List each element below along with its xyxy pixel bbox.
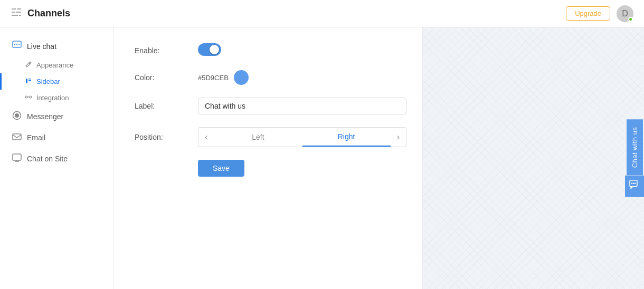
enable-toggle[interactable] [198, 43, 221, 56]
enable-label: Enable: [135, 46, 198, 55]
position-right-option[interactable]: Right [302, 128, 391, 147]
appearance-icon [25, 61, 32, 70]
color-hex-value: #5D9CEB [198, 74, 229, 82]
svg-point-14 [30, 96, 32, 98]
avatar-online-indicator [628, 17, 633, 22]
label-control [198, 98, 406, 114]
live-chat-label: Live chat [27, 42, 56, 51]
header-right: Upgrade D [566, 5, 633, 22]
position-label: Position: [135, 133, 198, 141]
enable-control [198, 43, 401, 57]
channels-icon [11, 6, 22, 21]
chat-on-site-icon [12, 153, 22, 165]
sidebar-item-email[interactable]: Email [0, 127, 113, 148]
page-title: Channels [27, 8, 70, 19]
avatar[interactable]: D [617, 5, 633, 22]
header-left: Channels [11, 6, 70, 21]
svg-point-24 [633, 182, 634, 184]
enable-row: Enable: [135, 43, 401, 57]
svg-rect-19 [13, 154, 21, 160]
color-control: #5D9CEB [198, 70, 401, 85]
sidebar-label: Sidebar [36, 78, 60, 85]
svg-rect-10 [26, 79, 27, 83]
svg-point-7 [14, 44, 15, 45]
preview-area: Chat with us [422, 27, 644, 289]
chat-widget-tab[interactable]: Chat with us [627, 120, 643, 176]
position-prev-button[interactable]: ‹ [198, 128, 214, 147]
svg-point-13 [25, 96, 27, 98]
svg-point-8 [16, 44, 17, 45]
save-control: Save [198, 160, 401, 177]
svg-rect-11 [29, 79, 31, 80]
messenger-icon [12, 111, 22, 122]
upgrade-button[interactable]: Upgrade [566, 6, 610, 21]
save-button[interactable]: Save [198, 160, 244, 177]
svg-rect-12 [29, 80, 31, 81]
sidebar-item-live-chat[interactable]: Live chat [0, 36, 113, 57]
avatar-initial: D [622, 9, 628, 18]
position-row: Position: ‹ Left Right › [135, 127, 401, 147]
layout: Live chat Appearance [0, 27, 644, 289]
chat-on-site-label: Chat on Site [27, 155, 68, 163]
header: Channels Upgrade D [0, 0, 644, 27]
appearance-label: Appearance [36, 61, 73, 69]
svg-rect-18 [13, 134, 21, 140]
email-icon [12, 132, 22, 143]
save-row: Save [135, 160, 401, 177]
live-chat-icon [12, 41, 22, 52]
integration-label: Integration [36, 94, 69, 102]
color-swatch[interactable] [234, 70, 249, 85]
position-next-button[interactable]: › [391, 128, 406, 147]
sidebar-item-sidebar[interactable]: Sidebar [0, 73, 113, 90]
sidebar-sub: Appearance Sidebar [0, 57, 113, 106]
color-row: Color: #5D9CEB [135, 70, 401, 85]
chat-widget-icon[interactable] [625, 175, 644, 197]
color-label: Color: [135, 73, 198, 82]
position-left-option[interactable]: Left [214, 128, 302, 146]
sidebar-item-messenger[interactable]: Messenger [0, 106, 113, 127]
sidebar: Live chat Appearance [0, 27, 113, 289]
sidebar-item-chat-on-site[interactable]: Chat on Site [0, 148, 113, 169]
label-input[interactable] [198, 98, 406, 114]
label-label: Label: [135, 102, 198, 110]
messenger-label: Messenger [27, 112, 63, 121]
sidebar-item-appearance[interactable]: Appearance [0, 57, 113, 73]
sidebar-item-integration[interactable]: Integration [0, 90, 113, 106]
position-control: ‹ Left Right › [198, 127, 406, 147]
chat-widget: Chat with us [625, 120, 644, 197]
toggle-thumb [210, 45, 219, 54]
main-content: Enable: Color: #5D9CEB Label: [113, 27, 422, 289]
position-selector: ‹ Left Right › [198, 127, 406, 147]
svg-point-23 [631, 182, 632, 184]
sidebar-icon [25, 77, 32, 86]
svg-point-17 [15, 113, 19, 118]
svg-point-25 [634, 182, 636, 184]
email-label: Email [27, 133, 45, 142]
label-row: Label: [135, 98, 401, 114]
svg-point-9 [18, 44, 20, 45]
integration-icon [25, 93, 32, 102]
